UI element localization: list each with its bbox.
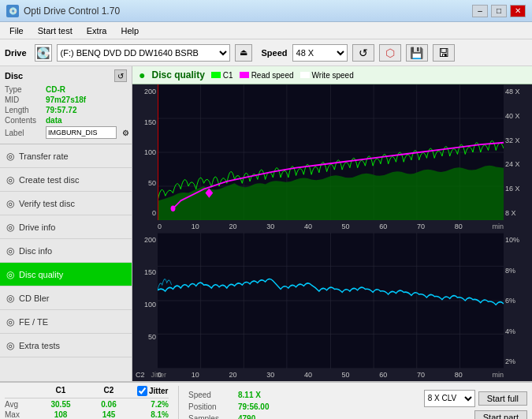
type-label: Type <box>5 85 46 94</box>
drive-info-label: Drive info <box>19 223 55 232</box>
row-max-c2: 145 <box>93 410 125 419</box>
sidebar-item-verify-test-disc[interactable]: ◎ Verify test disc <box>0 192 132 215</box>
row-avg-c2: 0.06 <box>93 400 125 409</box>
maximize-button[interactable]: □ <box>491 5 507 17</box>
c1-x-labels: 01020304050607080min <box>158 220 504 233</box>
stats-columns: C1 C2 Jitter Avg 30.55 0.06 7.2% Max 108… <box>5 386 169 419</box>
drive-icon: 💽 <box>35 44 52 62</box>
title-bar: 💿 Opti Drive Control 1.70 – □ ✕ <box>0 0 532 22</box>
speed-label: Speed <box>188 391 232 399</box>
legend-c1-color <box>211 72 221 78</box>
window-title: Opti Drive Control 1.70 <box>24 6 120 17</box>
mid-label: MID <box>5 95 46 104</box>
col-c1-header: C1 <box>41 386 80 396</box>
disc-label-input[interactable] <box>46 126 117 139</box>
legend-write-speed-label: Write speed <box>312 71 354 80</box>
row-avg-label: Avg <box>5 400 28 409</box>
window-controls: – □ ✕ <box>472 5 526 17</box>
burn-speed-select[interactable]: 8 X CLV16 X CLV24 X CLV32 X CLV <box>424 390 475 407</box>
drive-bar: Drive 💽 (F:) BENQ DVD DD DW1640 BSRB ⏏ S… <box>0 39 532 66</box>
eject-button[interactable]: ⏏ <box>235 44 252 62</box>
row-max-c1: 108 <box>41 410 80 419</box>
label-settings-icon[interactable]: ⚙ <box>119 126 132 139</box>
disc-quality-icon: ◎ <box>6 269 14 280</box>
row-avg-c1: 30.55 <box>41 400 80 409</box>
disc-info-label: Disc info <box>19 246 52 256</box>
speed-label: Speed <box>262 48 288 58</box>
menu-bar: File Start test Extra Help <box>0 22 532 39</box>
menu-help[interactable]: Help <box>114 24 145 37</box>
c2-chart-svg <box>158 233 504 368</box>
menu-extra[interactable]: Extra <box>80 24 113 37</box>
disc-panel: Disc ↺ Type CD-R MID 97m27s18f Length 79… <box>0 66 132 144</box>
verify-test-disc-icon: ◎ <box>6 198 14 209</box>
app-icon: 💿 <box>6 5 19 17</box>
c1-x-axis: 01020304050607080min <box>132 220 532 233</box>
c2-chart-area <box>158 233 504 368</box>
c1-y-axis: 200 150 100 50 0 <box>132 84 158 220</box>
c2-y-axis: 200 150 100 50 <box>132 233 158 368</box>
c2-y-axis-right: 10% 8% 6% 4% 2% <box>504 233 532 368</box>
speed-select[interactable]: 48 X 40 X 32 X 24 X 16 X 8 X <box>292 44 348 62</box>
row-max-label: Max <box>5 410 28 419</box>
legend-read-speed-label: Read speed <box>251 71 294 80</box>
refresh-button[interactable]: ↺ <box>352 44 374 62</box>
close-button[interactable]: ✕ <box>510 5 526 17</box>
c2-x-labels: 01020304050607080min <box>158 368 504 381</box>
disc-label-label: Label <box>5 129 46 137</box>
sidebar-item-cd-bler[interactable]: ◎ CD Bler <box>0 286 132 310</box>
legend-read-speed: Read speed <box>240 71 294 80</box>
sidebar: Disc ↺ Type CD-R MID 97m27s18f Length 79… <box>0 66 132 381</box>
svg-point-15 <box>171 206 176 211</box>
bottom-section: C1 C2 Jitter Avg 30.55 0.06 7.2% Max 108… <box>0 381 532 419</box>
mid-value: 97m27s18f <box>46 95 86 104</box>
jitter-checkbox[interactable] <box>137 386 147 396</box>
minimize-button[interactable]: – <box>472 5 488 17</box>
drive-info-icon: ◎ <box>6 222 14 233</box>
legend-write-speed-color <box>300 72 310 78</box>
sidebar-item-transfer-rate[interactable]: ◎ Transfer rate <box>0 144 132 168</box>
type-value: CD-R <box>46 85 65 94</box>
sidebar-item-drive-info[interactable]: ◎ Drive info <box>0 215 132 239</box>
c2-chart-wrapper: 200 150 100 50 <box>132 233 532 368</box>
sidebar-item-create-test-disc[interactable]: ◎ Create test disc <box>0 168 132 192</box>
start-full-button[interactable]: Start full <box>478 391 527 406</box>
disc-quality-header: ● Disc quality C1 Read speed Write speed <box>132 66 532 84</box>
cd-bler-icon: ◎ <box>6 293 14 304</box>
menu-file[interactable]: File <box>3 24 30 37</box>
drive-select[interactable]: (F:) BENQ DVD DD DW1640 BSRB <box>57 44 230 62</box>
samples-label: Samples <box>188 414 232 419</box>
sidebar-item-disc-quality[interactable]: ◎ Disc quality <box>0 263 132 286</box>
verify-test-disc-label: Verify test disc <box>19 199 75 208</box>
transfer-rate-label: Transfer rate <box>19 152 69 161</box>
erase-button[interactable]: ⬡ <box>379 44 401 62</box>
legend-c1-label: C1 <box>223 71 233 80</box>
sidebar-item-fe-te[interactable]: ◎ FE / TE <box>0 310 132 334</box>
contents-label: Contents <box>5 116 46 125</box>
disc-refresh-button[interactable]: ↺ <box>114 69 127 82</box>
disc-quality-label: Disc quality <box>19 270 63 279</box>
speed-value: 8.11 X <box>238 391 261 399</box>
create-test-disc-icon: ◎ <box>6 174 14 185</box>
menu-start-test[interactable]: Start test <box>32 24 79 37</box>
c2-x-axis: C2 Jitter 01020304050607080min <box>132 368 532 381</box>
start-part-button[interactable]: Start part <box>474 410 527 420</box>
row-max-jitter: 8.1% <box>137 410 169 419</box>
charts-container: 200 150 100 50 0 <box>132 84 532 381</box>
disc-info-icon: ◎ <box>6 245 14 256</box>
contents-value: data <box>46 116 62 125</box>
position-value: 79:56.00 <box>238 402 269 411</box>
row-avg-jitter: 7.2% <box>137 400 169 409</box>
length-label: Length <box>5 106 46 114</box>
sidebar-item-disc-info[interactable]: ◎ Disc info <box>0 239 132 263</box>
sidebar-item-extra-tests[interactable]: ◎ Extra tests <box>0 334 132 357</box>
action-area: 8 X CLV16 X CLV24 X CLV32 X CLV Start fu… <box>424 386 527 419</box>
legend-c1: C1 <box>211 71 233 80</box>
save-button[interactable]: 🖫 <box>433 44 455 62</box>
burn-button[interactable]: 💾 <box>406 44 428 62</box>
drive-label: Drive <box>5 48 27 58</box>
main-layout: Disc ↺ Type CD-R MID 97m27s18f Length 79… <box>0 66 532 381</box>
nav-items: ◎ Transfer rate ◎ Create test disc ◎ Ver… <box>0 144 132 381</box>
fe-te-icon: ◎ <box>6 316 14 327</box>
extra-tests-icon: ◎ <box>6 340 14 351</box>
